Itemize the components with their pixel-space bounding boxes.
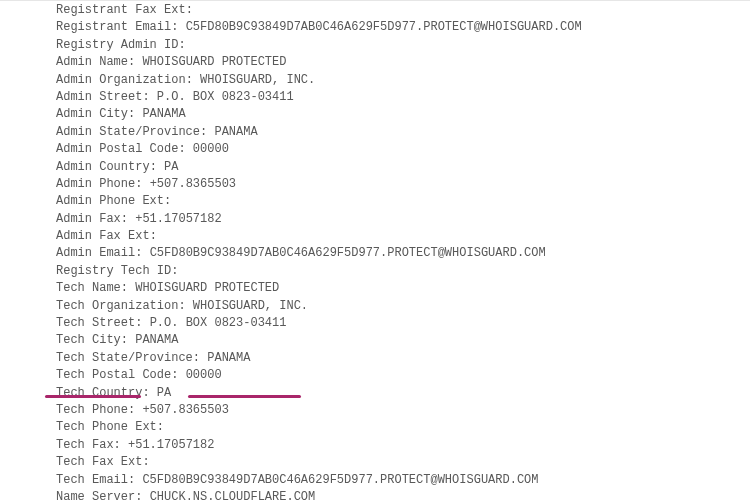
whois-row: Admin Email: C5FD80B9C93849D7AB0C46A629F… bbox=[56, 245, 750, 262]
whois-row: Tech Street: P.O. BOX 0823-03411 bbox=[56, 315, 750, 332]
whois-row: Registry Admin ID: bbox=[56, 37, 750, 54]
whois-separator: : bbox=[121, 212, 135, 226]
whois-separator: : bbox=[171, 264, 178, 278]
whois-separator: : bbox=[142, 455, 149, 469]
whois-label: Tech City bbox=[56, 333, 121, 347]
whois-label: Tech State/Province bbox=[56, 351, 193, 365]
whois-label: Admin Fax bbox=[56, 212, 121, 226]
whois-separator: : bbox=[142, 386, 156, 400]
whois-row: Tech Fax: +51.17057182 bbox=[56, 437, 750, 454]
whois-separator: : bbox=[186, 73, 200, 87]
whois-value: C5FD80B9C93849D7AB0C46A629F5D977.PROTECT… bbox=[142, 473, 538, 487]
whois-separator: : bbox=[128, 107, 142, 121]
whois-label: Admin Phone bbox=[56, 177, 135, 191]
whois-label: Tech Name bbox=[56, 281, 121, 295]
whois-separator: : bbox=[142, 90, 156, 104]
whois-label: Admin Email bbox=[56, 246, 135, 260]
whois-value: +507.8365503 bbox=[150, 177, 236, 191]
whois-label: Registry Tech ID bbox=[56, 264, 171, 278]
whois-separator: : bbox=[178, 142, 192, 156]
whois-row: Admin Country: PA bbox=[56, 159, 750, 176]
whois-row: Admin City: PANAMA bbox=[56, 106, 750, 123]
whois-separator: : bbox=[135, 177, 149, 191]
whois-row: Tech Name: WHOISGUARD PROTECTED bbox=[56, 280, 750, 297]
whois-value: WHOISGUARD PROTECTED bbox=[142, 55, 286, 69]
whois-separator: : bbox=[135, 490, 149, 500]
whois-separator: : bbox=[200, 125, 214, 139]
whois-value: PANAMA bbox=[214, 125, 257, 139]
whois-value: +51.17057182 bbox=[128, 438, 214, 452]
whois-label: Admin Street bbox=[56, 90, 142, 104]
whois-separator: : bbox=[193, 351, 207, 365]
whois-separator: : bbox=[121, 333, 135, 347]
whois-separator: : bbox=[164, 194, 171, 208]
whois-value: +507.8365503 bbox=[142, 403, 228, 417]
whois-label: Registrant Fax Ext bbox=[56, 3, 186, 17]
whois-label: Registry Admin ID bbox=[56, 38, 178, 52]
whois-separator: : bbox=[128, 473, 142, 487]
whois-row: Admin Phone: +507.8365503 bbox=[56, 176, 750, 193]
whois-label: Admin Organization bbox=[56, 73, 186, 87]
whois-label: Tech Fax bbox=[56, 438, 114, 452]
whois-separator: : bbox=[114, 438, 128, 452]
whois-separator: : bbox=[178, 299, 192, 313]
whois-value: P.O. BOX 0823-03411 bbox=[157, 90, 294, 104]
whois-value: 00000 bbox=[193, 142, 229, 156]
whois-row: Tech Postal Code: 00000 bbox=[56, 367, 750, 384]
whois-value: PANAMA bbox=[135, 333, 178, 347]
whois-label: Admin Postal Code bbox=[56, 142, 178, 156]
whois-value: 00000 bbox=[186, 368, 222, 382]
whois-separator: : bbox=[150, 229, 157, 243]
whois-row: Tech Country: PA bbox=[56, 385, 750, 402]
whois-row: Admin Fax Ext: bbox=[56, 228, 750, 245]
whois-label: Tech Street bbox=[56, 316, 135, 330]
whois-value: C5FD80B9C93849D7AB0C46A629F5D977.PROTECT… bbox=[150, 246, 546, 260]
whois-separator: : bbox=[171, 368, 185, 382]
whois-row: Tech Phone: +507.8365503 bbox=[56, 402, 750, 419]
whois-row: Registrant Fax Ext: bbox=[56, 2, 750, 19]
whois-row: Admin Fax: +51.17057182 bbox=[56, 211, 750, 228]
whois-record: Registrant Fax Ext:Registrant Email: C5F… bbox=[56, 2, 750, 500]
whois-separator: : bbox=[171, 20, 185, 34]
whois-label: Admin Fax Ext bbox=[56, 229, 150, 243]
whois-label: Tech Email bbox=[56, 473, 128, 487]
whois-row: Admin Name: WHOISGUARD PROTECTED bbox=[56, 54, 750, 71]
whois-label: Admin Country bbox=[56, 160, 150, 174]
whois-row: Name Server: CHUCK.NS.CLOUDFLARE.COM bbox=[56, 489, 750, 500]
whois-label: Registrant Email bbox=[56, 20, 171, 34]
whois-separator: : bbox=[135, 246, 149, 260]
whois-label: Tech Fax Ext bbox=[56, 455, 142, 469]
divider bbox=[0, 0, 750, 1]
whois-row: Admin Organization: WHOISGUARD, INC. bbox=[56, 72, 750, 89]
whois-value: PANAMA bbox=[142, 107, 185, 121]
whois-row: Registry Tech ID: bbox=[56, 263, 750, 280]
whois-separator: : bbox=[128, 403, 142, 417]
highlight-underline-1 bbox=[45, 395, 141, 398]
whois-separator: : bbox=[150, 160, 164, 174]
whois-label: Admin Phone Ext bbox=[56, 194, 164, 208]
whois-label: Tech Phone bbox=[56, 403, 128, 417]
whois-value: P.O. BOX 0823-03411 bbox=[150, 316, 287, 330]
whois-value: WHOISGUARD, INC. bbox=[200, 73, 315, 87]
whois-value: PANAMA bbox=[207, 351, 250, 365]
whois-row: Registrant Email: C5FD80B9C93849D7AB0C46… bbox=[56, 19, 750, 36]
whois-label: Tech Postal Code bbox=[56, 368, 171, 382]
whois-label: Name Server bbox=[56, 490, 135, 500]
highlight-underline-2 bbox=[188, 395, 301, 398]
whois-row: Admin Phone Ext: bbox=[56, 193, 750, 210]
whois-row: Admin State/Province: PANAMA bbox=[56, 124, 750, 141]
whois-value: WHOISGUARD PROTECTED bbox=[135, 281, 279, 295]
whois-value: C5FD80B9C93849D7AB0C46A629F5D977.PROTECT… bbox=[186, 20, 582, 34]
whois-row: Tech State/Province: PANAMA bbox=[56, 350, 750, 367]
whois-label: Admin Name bbox=[56, 55, 128, 69]
whois-value: +51.17057182 bbox=[135, 212, 221, 226]
whois-value: CHUCK.NS.CLOUDFLARE.COM bbox=[150, 490, 316, 500]
whois-value: WHOISGUARD, INC. bbox=[193, 299, 308, 313]
whois-label: Tech Organization bbox=[56, 299, 178, 313]
whois-row: Admin Street: P.O. BOX 0823-03411 bbox=[56, 89, 750, 106]
whois-label: Tech Phone Ext bbox=[56, 420, 157, 434]
whois-row: Tech Organization: WHOISGUARD, INC. bbox=[56, 298, 750, 315]
whois-row: Tech Fax Ext: bbox=[56, 454, 750, 471]
whois-row: Tech City: PANAMA bbox=[56, 332, 750, 349]
whois-separator: : bbox=[178, 38, 185, 52]
